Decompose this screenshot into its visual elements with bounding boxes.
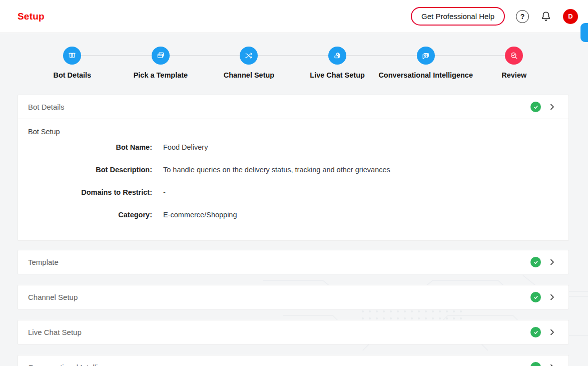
field-label: Bot Name: bbox=[28, 143, 152, 151]
accordion-title: Bot Details bbox=[28, 103, 530, 111]
page-title: Setup bbox=[18, 11, 45, 22]
notifications-bell-icon[interactable] bbox=[540, 11, 552, 23]
help-icon[interactable]: ? bbox=[516, 10, 529, 23]
accordion-header[interactable]: Channel Setup bbox=[18, 285, 568, 309]
field-value: To handle queries on the delivery status… bbox=[163, 166, 390, 174]
step-conversational-intelligence[interactable]: Conversational Intelligence bbox=[381, 47, 470, 79]
chevron-right-icon[interactable] bbox=[548, 258, 556, 266]
complete-check-icon bbox=[530, 257, 541, 267]
agent-headset-icon bbox=[328, 47, 346, 65]
accordion-channel-setup: Channel Setup bbox=[18, 285, 569, 309]
field-value: - bbox=[163, 188, 166, 196]
chevron-right-icon[interactable] bbox=[548, 103, 556, 111]
step-review[interactable]: Review bbox=[470, 47, 558, 79]
complete-check-icon bbox=[530, 327, 541, 337]
field-label: Bot Description: bbox=[28, 166, 152, 174]
chevron-right-icon[interactable] bbox=[548, 293, 556, 301]
user-avatar[interactable]: D bbox=[563, 9, 578, 24]
step-bot-details[interactable]: Bot Details bbox=[28, 47, 117, 79]
accordion-header[interactable]: Live Chat Setup bbox=[18, 320, 568, 344]
accordion-header[interactable]: Bot Details bbox=[18, 95, 568, 119]
step-label: Channel Setup bbox=[224, 71, 275, 79]
app-header: Setup Get Professional Help ? D bbox=[0, 0, 588, 33]
accordion-live-chat-setup: Live Chat Setup bbox=[18, 320, 569, 344]
step-label: Review bbox=[501, 71, 526, 79]
bot-setup-section-title: Bot Setup bbox=[28, 128, 558, 136]
accordion-title: Template bbox=[28, 258, 530, 266]
step-pick-a-template[interactable]: Pick a Template bbox=[117, 47, 205, 79]
complete-check-icon bbox=[530, 292, 541, 302]
field-label: Domains to Restrict: bbox=[28, 188, 152, 196]
chevron-right-icon[interactable] bbox=[548, 363, 556, 366]
chevron-right-icon[interactable] bbox=[548, 328, 556, 336]
header-actions: Get Professional Help ? D bbox=[411, 7, 578, 26]
bot-details-body: Bot Setup Bot Name: Food Delivery Bot De… bbox=[18, 119, 568, 240]
accordion-conversational-intelligence: Conversational Intelligence bbox=[18, 355, 569, 366]
bot-icon bbox=[63, 47, 81, 65]
step-channel-setup[interactable]: Channel Setup bbox=[205, 47, 293, 79]
step-label: Pick a Template bbox=[134, 71, 188, 79]
shuffle-icon bbox=[240, 47, 258, 65]
accordion-title: Channel Setup bbox=[28, 293, 530, 301]
step-label: Live Chat Setup bbox=[310, 71, 365, 79]
accordion-header[interactable]: Conversational Intelligence bbox=[18, 355, 568, 366]
accordion-list: Bot Details Bot Setup Bot Name: Food Del… bbox=[18, 95, 569, 366]
magnifier-check-icon bbox=[505, 47, 523, 65]
template-icon bbox=[152, 47, 170, 65]
accordion-title: Conversational Intelligence bbox=[28, 363, 530, 366]
field-domains-to-restrict: Domains to Restrict: - bbox=[28, 181, 558, 203]
field-value: Food Delivery bbox=[163, 143, 208, 151]
accordion-title: Live Chat Setup bbox=[28, 328, 530, 336]
complete-check-icon bbox=[530, 102, 541, 112]
complete-check-icon bbox=[530, 362, 541, 366]
field-bot-description: Bot Description: To handle queries on th… bbox=[28, 158, 558, 181]
accordion-header[interactable]: Template bbox=[18, 250, 568, 274]
get-professional-help-button[interactable]: Get Professional Help bbox=[411, 7, 505, 26]
step-live-chat-setup[interactable]: Live Chat Setup bbox=[293, 47, 382, 79]
step-label: Conversational Intelligence bbox=[378, 71, 473, 79]
field-value: E-commerce/Shopping bbox=[163, 211, 237, 219]
chat-widget-button[interactable] bbox=[580, 23, 588, 42]
field-bot-name: Bot Name: Food Delivery bbox=[28, 136, 558, 158]
accordion-bot-details: Bot Details Bot Setup Bot Name: Food Del… bbox=[18, 95, 569, 241]
setup-stepper: Bot Details Pick a Template Channel Setu… bbox=[28, 47, 558, 79]
chat-gear-icon bbox=[417, 47, 435, 65]
field-category: Category: E-commerce/Shopping bbox=[28, 203, 558, 226]
accordion-template: Template bbox=[18, 250, 569, 274]
step-label: Bot Details bbox=[53, 71, 91, 79]
field-label: Category: bbox=[28, 211, 152, 219]
